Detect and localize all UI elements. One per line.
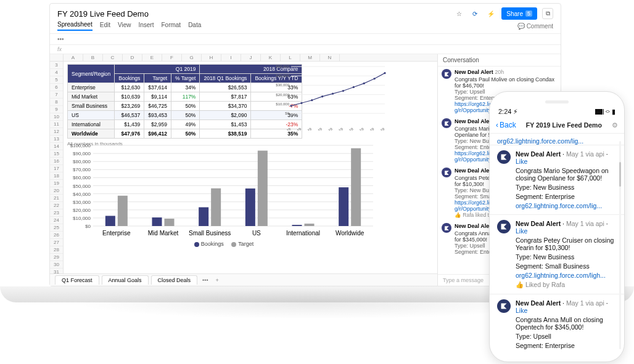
col-B[interactable]: B	[83, 54, 103, 61]
phone-top-link[interactable]: org62.lightning.force.com/lig...	[497, 137, 583, 145]
line-series	[291, 73, 385, 106]
cell-pct: 50%	[171, 111, 200, 120]
bolt-icon[interactable]: ⚡	[485, 8, 496, 19]
bar-legend: Bookings Target	[64, 241, 378, 247]
phone-back-button[interactable]: Back	[496, 121, 516, 129]
open-external-icon[interactable]: ⧉	[542, 8, 553, 19]
col-J[interactable]: J	[241, 54, 261, 61]
menu-edit[interactable]: Edit	[100, 22, 110, 30]
phone-mockup: 2:24 ⚡︎ ⌔ ▮ Back FY 2019 Live Feed Demo …	[489, 91, 625, 362]
share-button[interactable]: Share 5	[501, 7, 537, 20]
phone-post-text: Congrats Petey Cruiser on closing Yearin…	[516, 237, 617, 251]
svg-text:$20,000: $20,000	[73, 208, 91, 213]
menu-insert[interactable]: Insert	[138, 22, 154, 30]
cell-2018q1: $34,370	[200, 102, 251, 111]
conversation-header: Conversation	[438, 54, 561, 67]
svg-text:$80,000: $80,000	[73, 159, 91, 164]
th-group-q1: Q1 2019	[115, 65, 200, 74]
add-sheet-icon[interactable]: +	[213, 277, 221, 283]
menu-spreadsheet[interactable]: Spreadsheet	[57, 21, 93, 31]
phone-gear-icon[interactable]: ⚙︎	[612, 121, 618, 129]
svg-point-29	[363, 83, 365, 84]
svg-text:$60,000: $60,000	[73, 175, 91, 180]
phone-post-like[interactable]: Like	[516, 227, 527, 235]
cell-pct: 49%	[171, 120, 200, 129]
sheet-tab-q1[interactable]: Q1 Forecast	[55, 275, 99, 285]
svg-text:International: International	[286, 230, 320, 237]
phone-post-meta: May 1 via api	[566, 150, 604, 158]
phone-post-type: Type: New Business	[516, 184, 617, 191]
cell-bookings: $1,439	[115, 120, 144, 129]
post-avatar-icon	[442, 168, 451, 177]
menu-view[interactable]: View	[118, 22, 131, 30]
cell-bookings: $23,269	[115, 102, 144, 111]
sheet-tab-closed[interactable]: Closed Deals	[151, 275, 198, 285]
phone-post-like[interactable]: Like	[516, 158, 527, 165]
cell-2018q1: $26,553	[200, 83, 251, 92]
phone-post-like[interactable]: Like	[516, 307, 527, 314]
grid-content[interactable]: Segment/Region Q1 2019 2018 Compare Book…	[64, 62, 437, 273]
col-F[interactable]: F	[162, 54, 182, 61]
svg-text:1/1/2019: 1/1/2019	[278, 127, 292, 131]
cell-segment: International	[68, 120, 115, 129]
phone-post-segment: Segment: Small Business	[516, 262, 617, 270]
formula-bar[interactable]: fx	[50, 45, 561, 54]
svg-text:$70,000: $70,000	[73, 167, 91, 172]
col-C[interactable]: C	[103, 54, 123, 61]
summary-table: Segment/Region Q1 2019 2018 Compare Book…	[67, 64, 302, 139]
svg-text:$30,000: $30,000	[73, 200, 91, 205]
document-title: FY 2019 Live Feed Demo	[57, 9, 453, 18]
menu-data[interactable]: Data	[188, 22, 201, 30]
toolbar-more[interactable]: •••	[57, 36, 64, 42]
th-target: Target	[144, 74, 171, 83]
cell-segment: Mid Market	[68, 92, 115, 102]
cell-pct: 117%	[171, 92, 200, 102]
row-3[interactable]: 3	[50, 62, 63, 69]
comment-button[interactable]: 💬 Comment	[517, 23, 553, 30]
svg-text:Worldwide: Worldwide	[336, 230, 364, 237]
col-G[interactable]: G	[182, 54, 202, 61]
col-E[interactable]: E	[142, 54, 162, 61]
cell-2018q1: $38,519	[200, 129, 251, 139]
cloud-sync-icon[interactable]: ⟳	[469, 8, 480, 19]
cell-2018q1: $7,817	[200, 92, 251, 102]
svg-point-28	[353, 86, 355, 88]
col-K[interactable]: K	[261, 54, 281, 61]
legend-swatch-bookings	[194, 242, 199, 247]
sheet-tab-annual[interactable]: Annual Goals	[102, 275, 149, 285]
post-avatar-icon	[442, 118, 451, 128]
bar-target	[351, 148, 361, 226]
spreadsheet-area: A B C D E F G H I J K L M N 3 4567 89101…	[50, 54, 437, 286]
star-icon[interactable]: ☆	[453, 8, 464, 19]
col-L[interactable]: L	[281, 54, 300, 61]
col-H[interactable]: H	[202, 54, 221, 61]
svg-text:$40,000: $40,000	[276, 74, 289, 78]
th-bookings: Bookings	[115, 74, 144, 83]
phone-scrollbar[interactable]	[619, 141, 621, 349]
cell-target: $37,614	[144, 83, 171, 92]
phone-title: FY 2019 Live Feed Demo	[526, 121, 602, 129]
col-N[interactable]: N	[320, 54, 340, 61]
col-M[interactable]: M	[300, 54, 320, 61]
svg-text:$50,000: $50,000	[276, 65, 289, 68]
post-text: Congrats Paul Molive on closing Condax f…	[455, 76, 557, 89]
col-I[interactable]: I	[221, 54, 241, 61]
bar-target	[305, 224, 315, 226]
phone-post-link[interactable]: org62.lightning.force.com/lig...	[516, 202, 617, 209]
col-D[interactable]: D	[123, 54, 142, 61]
phone-post-link[interactable]: org62.lightning.force.com/ligh...	[516, 272, 617, 279]
table-row: Mid Market$10,639$9,114117%$7,81763%	[68, 92, 302, 102]
svg-text:$90,000: $90,000	[73, 151, 91, 156]
svg-text:$40,000: $40,000	[73, 192, 91, 197]
svg-point-25	[321, 95, 323, 97]
phone-post-liked: 👍 Liked by Rafa	[516, 281, 617, 289]
battery-icon: ▮	[612, 108, 615, 116]
col-A[interactable]: A	[64, 54, 83, 61]
cell-2018q1: $1,453	[200, 120, 251, 129]
svg-text:$0: $0	[285, 111, 289, 115]
svg-text:$10,000: $10,000	[276, 102, 289, 106]
cell-pct: 50%	[171, 102, 200, 111]
phone-post-text: Congrats Mario Speedwagon on closing Ope…	[516, 167, 617, 182]
bar-target	[258, 151, 268, 226]
menu-format[interactable]: Format	[161, 22, 181, 30]
